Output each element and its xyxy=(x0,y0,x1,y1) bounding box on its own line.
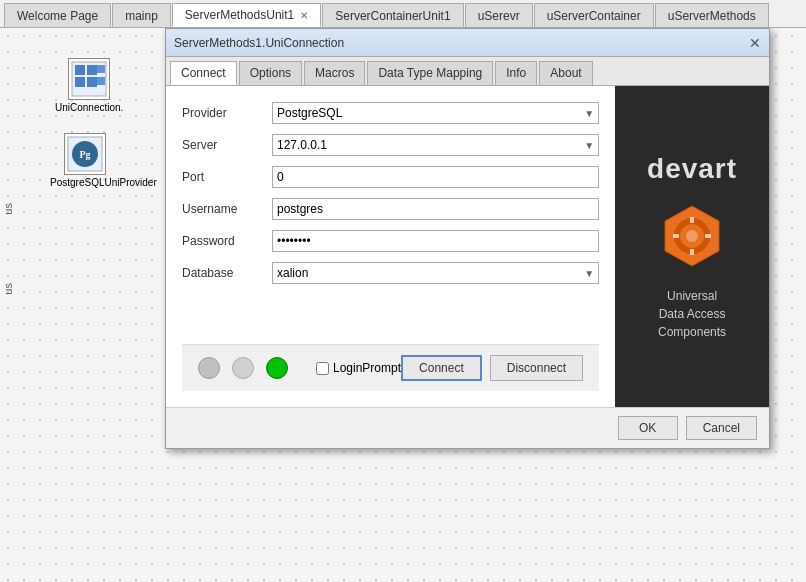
form-empty-area xyxy=(182,294,599,344)
server-value: 127.0.0.1 xyxy=(277,138,327,152)
svg-point-27 xyxy=(686,230,698,242)
port-row: Port xyxy=(182,166,599,188)
dialog-tab-macros[interactable]: Macros xyxy=(304,61,365,85)
status-circle-3 xyxy=(266,357,288,379)
close-tab-icon[interactable]: ✕ xyxy=(300,10,308,21)
svg-rect-25 xyxy=(673,234,679,238)
username-label: Username xyxy=(182,202,272,216)
tab-uservermethods[interactable]: uServerMethods xyxy=(655,3,769,27)
password-row: Password xyxy=(182,230,599,252)
password-label: Password xyxy=(182,234,272,248)
provider-label: Provider xyxy=(182,106,272,120)
login-prompt-container: LoginPrompt xyxy=(316,361,401,375)
connection-form: Provider PostgreSQL ▼ Server 127.0.0.1 ▼ xyxy=(166,86,615,407)
main-area: us us UniConnection. xyxy=(0,28,806,582)
svg-rect-4 xyxy=(87,77,97,87)
tab-userevr[interactable]: uSerevr xyxy=(465,3,533,27)
password-input[interactable] xyxy=(272,230,599,252)
provider-select[interactable]: PostgreSQL ▼ xyxy=(272,102,599,124)
login-prompt-label: LoginPrompt xyxy=(333,361,401,375)
dialog-close-button[interactable]: ✕ xyxy=(749,36,761,50)
svg-rect-24 xyxy=(690,249,694,255)
svg-rect-23 xyxy=(690,217,694,223)
database-row: Database xalion ▼ xyxy=(182,262,599,284)
tab-welcome[interactable]: Welcome Page xyxy=(4,3,111,27)
devart-logo: devart xyxy=(647,153,737,185)
tab-bar: Welcome Page mainp ServerMethodsUnit1 ✕ … xyxy=(0,0,806,28)
tab-servermethods[interactable]: ServerMethodsUnit1 ✕ xyxy=(172,3,321,27)
component-uniconnection[interactable]: UniConnection. xyxy=(55,58,123,113)
provider-dropdown-icon: ▼ xyxy=(584,108,594,119)
server-row: Server 127.0.0.1 ▼ xyxy=(182,134,599,156)
left-label-1: us xyxy=(2,203,14,215)
uniconnection-icon xyxy=(71,61,107,97)
login-prompt-checkbox[interactable] xyxy=(316,362,329,375)
dialog-title: ServerMethods1.UniConnection xyxy=(174,36,344,50)
username-input[interactable] xyxy=(272,198,599,220)
dialog-buttons: LoginPrompt Connect Disconnect xyxy=(182,344,599,391)
uniconnection-label: UniConnection. xyxy=(55,102,123,113)
tab-uservercontainer[interactable]: uServerContainer xyxy=(534,3,654,27)
component-pgprovider[interactable]: Pg PostgreSQLUniProvider xyxy=(50,133,120,188)
status-circle-1 xyxy=(198,357,220,379)
disconnect-button[interactable]: Disconnect xyxy=(490,355,583,381)
dialog-tab-connect[interactable]: Connect xyxy=(170,61,237,85)
dialog-tab-options[interactable]: Options xyxy=(239,61,302,85)
port-input[interactable] xyxy=(272,166,599,188)
pgprovider-label: PostgreSQLUniProvider xyxy=(50,177,120,188)
provider-value: PostgreSQL xyxy=(277,106,342,120)
database-label: Database xyxy=(182,266,272,280)
connect-button[interactable]: Connect xyxy=(401,355,482,381)
designer-area: us us UniConnection. xyxy=(0,28,806,582)
svg-rect-26 xyxy=(705,234,711,238)
pgprovider-icon: Pg xyxy=(67,136,103,172)
status-circle-2 xyxy=(232,357,254,379)
database-select[interactable]: xalion ▼ xyxy=(272,262,599,284)
svg-rect-1 xyxy=(75,65,85,75)
right-buttons: Connect Disconnect xyxy=(401,355,583,381)
dialog-titlebar: ServerMethods1.UniConnection ✕ xyxy=(166,29,769,57)
server-label: Server xyxy=(182,138,272,152)
provider-row: Provider PostgreSQL ▼ xyxy=(182,102,599,124)
database-dropdown-icon: ▼ xyxy=(584,268,594,279)
svg-rect-2 xyxy=(87,65,97,75)
dialog: ServerMethods1.UniConnection ✕ Connect O… xyxy=(165,28,770,449)
tab-servercontainer[interactable]: ServerContainerUnit1 xyxy=(322,3,463,27)
ok-button[interactable]: OK xyxy=(618,416,678,440)
devart-panel: devart Univers xyxy=(615,86,769,407)
dialog-tab-info[interactable]: Info xyxy=(495,61,537,85)
port-label: Port xyxy=(182,170,272,184)
svg-rect-3 xyxy=(75,77,85,87)
dialog-tab-about[interactable]: About xyxy=(539,61,592,85)
server-dropdown-icon: ▼ xyxy=(584,140,594,151)
cancel-button[interactable]: Cancel xyxy=(686,416,757,440)
svg-rect-5 xyxy=(97,77,105,85)
dialog-tabs: Connect Options Macros Data Type Mapping… xyxy=(166,57,769,86)
tab-mainp[interactable]: mainp xyxy=(112,3,171,27)
devart-tagline: UniversalData AccessComponents xyxy=(658,287,726,341)
left-controls: LoginPrompt xyxy=(198,357,401,379)
dialog-content: Provider PostgreSQL ▼ Server 127.0.0.1 ▼ xyxy=(166,86,769,407)
left-label-2: us xyxy=(2,283,14,295)
devart-hex-icon xyxy=(657,201,727,271)
dialog-footer: OK Cancel xyxy=(166,407,769,448)
svg-text:Pg: Pg xyxy=(79,149,90,160)
database-value: xalion xyxy=(277,266,308,280)
server-select[interactable]: 127.0.0.1 ▼ xyxy=(272,134,599,156)
svg-rect-6 xyxy=(97,65,105,73)
dialog-tab-datatypemapping[interactable]: Data Type Mapping xyxy=(367,61,493,85)
username-row: Username xyxy=(182,198,599,220)
